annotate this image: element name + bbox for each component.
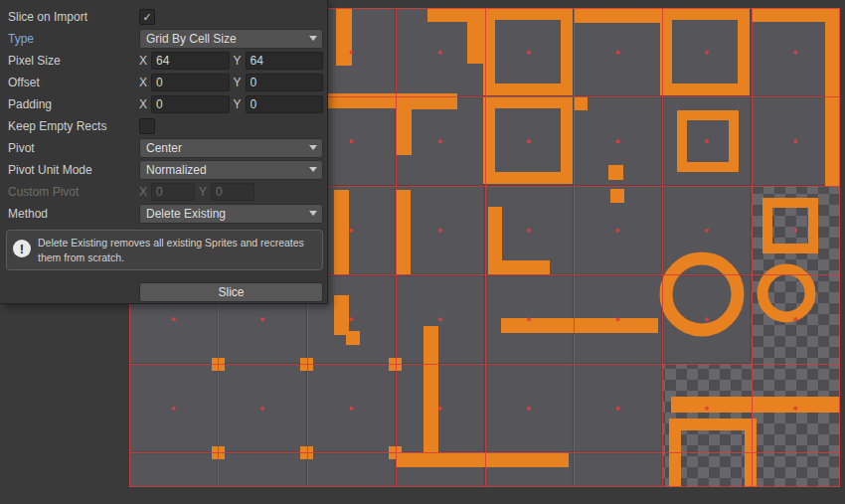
row-pixel-size: Pixel Size X Y: [0, 50, 327, 72]
slice-on-import-label: Slice on Import: [8, 10, 139, 24]
offset-y-input[interactable]: [246, 74, 323, 91]
padding-y-input[interactable]: [246, 95, 323, 113]
row-slice-on-import: Slice on Import ✓: [0, 6, 327, 28]
pixel-size-x-label: X: [139, 54, 147, 68]
chevron-down-icon: [309, 36, 317, 41]
slice-on-import-checkbox[interactable]: ✓: [139, 9, 155, 25]
custom-pivot-x-label: X: [139, 185, 147, 199]
method-info-box: ! Delete Existing removes all existing S…: [6, 230, 323, 270]
sprite-editor-window: Slice on Import ✓ Type Grid By Cell Size…: [0, 0, 845, 504]
row-custom-pivot: Custom Pivot X Y: [0, 181, 327, 203]
custom-pivot-label: Custom Pivot: [8, 185, 139, 199]
row-padding: Padding X Y: [0, 93, 327, 115]
row-method: Method Delete Existing: [0, 203, 327, 225]
method-dropdown[interactable]: Delete Existing: [139, 204, 323, 224]
keep-empty-rects-label: Keep Empty Rects: [8, 119, 139, 133]
custom-pivot-y-label: Y: [199, 185, 207, 199]
pivot-unit-mode-label: Pivot Unit Mode: [8, 163, 139, 177]
custom-pivot-x-input: [151, 183, 195, 201]
pivot-dropdown[interactable]: Center: [139, 138, 323, 158]
pivot-dropdown-value: Center: [146, 141, 182, 155]
row-offset: Offset X Y: [0, 72, 327, 93]
padding-y-label: Y: [234, 97, 242, 111]
chevron-down-icon: [309, 145, 317, 150]
pivot-unit-mode-dropdown[interactable]: Normalized: [139, 160, 323, 180]
slice-button[interactable]: Slice: [139, 282, 323, 302]
padding-x-input[interactable]: [151, 95, 229, 113]
pixel-size-y-label: Y: [234, 54, 242, 68]
info-text: Delete Existing removes all existing Spr…: [38, 236, 314, 264]
custom-pivot-y-input: [211, 183, 254, 201]
padding-x-label: X: [139, 97, 147, 111]
pixel-size-x-input[interactable]: [151, 52, 229, 70]
type-dropdown[interactable]: Grid By Cell Size: [139, 29, 323, 49]
offset-x-input[interactable]: [151, 74, 229, 91]
type-label: Type: [8, 32, 139, 46]
row-pivot-unit-mode: Pivot Unit Mode Normalized: [0, 159, 327, 181]
slice-panel: Slice on Import ✓ Type Grid By Cell Size…: [0, 0, 328, 304]
pivot-unit-mode-dropdown-value: Normalized: [146, 163, 207, 177]
row-type: Type Grid By Cell Size: [0, 28, 327, 50]
offset-label: Offset: [8, 76, 139, 89]
chevron-down-icon: [309, 211, 317, 216]
pixel-size-label: Pixel Size: [8, 54, 139, 68]
chevron-down-icon: [309, 167, 317, 172]
pixel-size-y-input[interactable]: [246, 52, 323, 70]
method-label: Method: [8, 207, 139, 221]
keep-empty-rects-checkbox[interactable]: [139, 118, 155, 134]
pivot-label: Pivot: [8, 141, 139, 155]
offset-y-label: Y: [234, 76, 242, 89]
type-dropdown-value: Grid By Cell Size: [146, 32, 237, 46]
offset-x-label: X: [139, 76, 147, 89]
method-dropdown-value: Delete Existing: [146, 207, 226, 221]
row-pivot: Pivot Center: [0, 137, 327, 159]
padding-label: Padding: [8, 97, 139, 111]
info-icon: !: [13, 240, 31, 257]
row-keep-empty-rects: Keep Empty Rects: [0, 115, 327, 137]
